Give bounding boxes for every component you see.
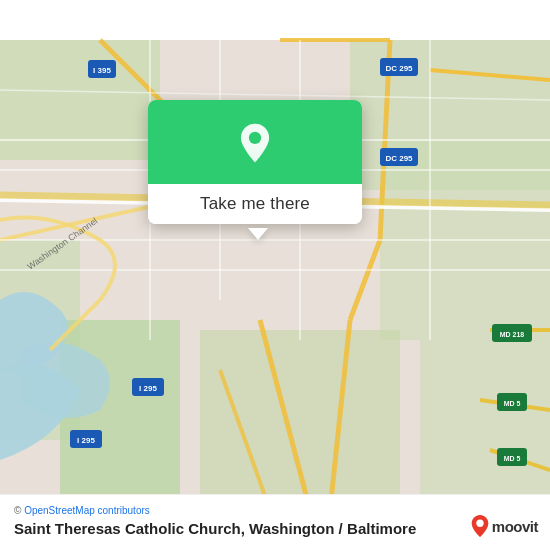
svg-text:I 295: I 295: [139, 384, 157, 393]
popup-card: Take me there: [148, 100, 362, 224]
svg-rect-6: [200, 330, 400, 510]
bottom-bar: © OpenStreetMap contributors Saint There…: [0, 494, 550, 550]
map-background: I 395 DC 295 DC 295 I 295 I 295 MD 218 M…: [0, 0, 550, 550]
svg-text:MD 218: MD 218: [500, 331, 525, 338]
svg-text:MD 5: MD 5: [504, 455, 521, 462]
moovit-text: moovit: [492, 518, 538, 535]
popup-header: [148, 100, 362, 184]
location-title: Saint Theresas Catholic Church, Washingt…: [14, 520, 343, 537]
location-subtitle: Baltimore: [347, 520, 416, 537]
svg-text:DC 295: DC 295: [385, 154, 413, 163]
svg-text:I 395: I 395: [93, 66, 111, 75]
svg-rect-1: [0, 40, 160, 160]
svg-rect-7: [420, 340, 550, 510]
svg-point-51: [476, 520, 483, 527]
map-container: I 395 DC 295 DC 295 I 295 I 295 MD 218 M…: [0, 0, 550, 550]
svg-text:DC 295: DC 295: [385, 64, 413, 73]
osm-link[interactable]: OpenStreetMap contributors: [24, 505, 150, 516]
svg-text:I 295: I 295: [77, 436, 95, 445]
svg-point-50: [249, 132, 261, 144]
take-me-there-button[interactable]: Take me there: [148, 184, 362, 224]
svg-text:MD 5: MD 5: [504, 400, 521, 407]
osm-copyright: ©: [14, 505, 21, 516]
popup-tail: [248, 228, 268, 240]
moovit-pin-icon: [470, 514, 490, 538]
osm-credit: © OpenStreetMap contributors: [14, 505, 536, 516]
location-pin-icon: [233, 122, 277, 166]
moovit-logo: moovit: [470, 514, 538, 538]
